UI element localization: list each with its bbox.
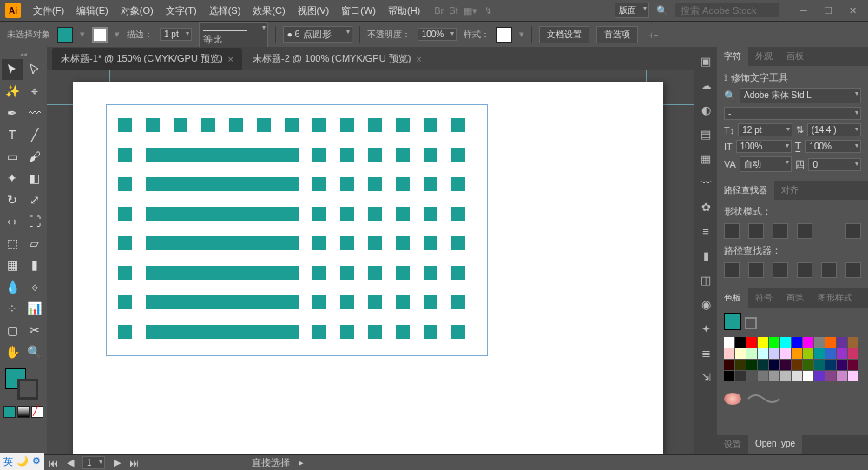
- menu-help[interactable]: 帮助(H): [383, 2, 425, 20]
- search-input[interactable]: [675, 3, 779, 17]
- swatch-cell[interactable]: [837, 337, 847, 348]
- swatch-cell[interactable]: [758, 348, 768, 359]
- transparency-icon[interactable]: ◫: [697, 271, 714, 288]
- workspace-switcher[interactable]: 版面: [615, 3, 649, 18]
- swatch-cell[interactable]: [780, 337, 791, 348]
- magic-wand-tool[interactable]: ✨: [2, 81, 23, 102]
- tab-appearance[interactable]: 外观: [748, 47, 779, 66]
- swatch-cell[interactable]: [825, 360, 836, 370]
- opacity-dropdown[interactable]: 100%: [418, 28, 457, 41]
- artboard-prev-icon[interactable]: ⏮: [49, 458, 58, 468]
- swatch-cell[interactable]: [758, 360, 768, 370]
- stroke-panel-icon[interactable]: ≡: [697, 222, 714, 240]
- vscale-dropdown[interactable]: 100%: [736, 140, 792, 153]
- swatch-cell[interactable]: [848, 348, 858, 359]
- close-tab-icon[interactable]: ×: [228, 54, 233, 64]
- bridge-icon[interactable]: Br: [434, 5, 444, 16]
- tracking-dropdown[interactable]: 0: [808, 158, 861, 171]
- menu-file[interactable]: 文件(F): [28, 2, 69, 20]
- stock-icon[interactable]: St: [449, 5, 457, 16]
- swatch-cell[interactable]: [769, 360, 779, 370]
- appearance-icon[interactable]: ◉: [697, 295, 714, 313]
- tab-settings[interactable]: 设置: [717, 435, 748, 454]
- align-icon[interactable]: ⫞▾: [648, 30, 659, 40]
- toolbox-collapse[interactable]: ◂◂: [2, 50, 45, 58]
- shaper-tool[interactable]: ✦: [2, 168, 23, 189]
- swatch-cell[interactable]: [758, 337, 768, 348]
- swatch-cell[interactable]: [825, 337, 836, 348]
- hscale-dropdown[interactable]: 100%: [805, 140, 861, 153]
- swatches-icon[interactable]: ▦: [697, 149, 714, 167]
- font-style-dropdown[interactable]: -: [724, 107, 861, 120]
- type-tool[interactable]: T: [2, 124, 23, 145]
- paintbrush-tool[interactable]: 🖌: [24, 146, 45, 167]
- style-swatch[interactable]: [496, 27, 512, 43]
- swatch-cell[interactable]: [780, 348, 791, 359]
- gradient-tool[interactable]: ▮: [24, 255, 45, 275]
- line-tool[interactable]: ╱: [24, 124, 45, 145]
- swatch-cell[interactable]: [769, 337, 779, 348]
- swatch-cell[interactable]: [803, 348, 813, 359]
- swatch-cell[interactable]: [792, 360, 802, 370]
- outline-icon[interactable]: [821, 262, 837, 278]
- trim-icon[interactable]: [748, 262, 764, 278]
- tab-opentype[interactable]: OpenType: [748, 435, 802, 454]
- artboard-last-icon[interactable]: ⏭: [129, 458, 139, 468]
- document-setup-button[interactable]: 文档设置: [539, 26, 589, 43]
- swatch-cell[interactable]: [848, 371, 858, 381]
- preferences-button[interactable]: 首选项: [596, 26, 638, 43]
- intersect-icon[interactable]: [773, 223, 788, 239]
- swatch-cell[interactable]: [814, 360, 825, 370]
- gpu-icon[interactable]: ↯: [484, 5, 492, 17]
- status-menu-icon[interactable]: ▸: [299, 457, 304, 468]
- leading-dropdown[interactable]: (14.4 ): [807, 123, 861, 136]
- ime-indicator[interactable]: 英🌙⚙: [0, 453, 44, 470]
- lasso-tool[interactable]: ⌖: [24, 81, 45, 102]
- kerning-dropdown[interactable]: 自动: [740, 156, 792, 172]
- artboard-back-icon[interactable]: ◀: [67, 457, 74, 468]
- color-guide-icon[interactable]: ▤: [697, 125, 714, 142]
- swatch-cell[interactable]: [724, 360, 734, 370]
- crop-icon[interactable]: [797, 262, 812, 278]
- swatch-cell[interactable]: [724, 337, 734, 348]
- direct-selection-tool[interactable]: [24, 59, 45, 80]
- swatch-cell[interactable]: [848, 360, 858, 370]
- swatch-cell[interactable]: [769, 371, 779, 381]
- swatch-cell[interactable]: [735, 360, 746, 370]
- swatch-cell[interactable]: [825, 348, 836, 359]
- current-fill-swatch[interactable]: [724, 313, 741, 330]
- swatch-cell[interactable]: [814, 371, 825, 381]
- current-stroke-swatch[interactable]: [745, 317, 757, 329]
- menu-select[interactable]: 选择(S): [204, 2, 247, 20]
- swatch-cell[interactable]: [735, 337, 746, 348]
- color-icon[interactable]: ◐: [697, 101, 714, 118]
- stroke-profile-dropdown[interactable]: 等比: [199, 22, 268, 48]
- fill-stroke-control[interactable]: [2, 368, 45, 403]
- swatch-cell[interactable]: [837, 348, 847, 359]
- libraries-icon[interactable]: ☁: [697, 76, 714, 94]
- menu-window[interactable]: 窗口(W): [336, 2, 381, 20]
- swatch-cell[interactable]: [848, 337, 858, 348]
- divide-icon[interactable]: [724, 262, 740, 278]
- layers-icon[interactable]: ≣: [697, 344, 714, 361]
- graphic-styles-icon[interactable]: ✦: [697, 320, 714, 337]
- slice-tool[interactable]: ✂: [24, 320, 45, 341]
- eraser-tool[interactable]: ◧: [24, 168, 45, 189]
- font-family-dropdown[interactable]: Adobe 宋体 Std L: [740, 88, 861, 103]
- symbols-icon[interactable]: ✿: [697, 198, 714, 215]
- asset-export-icon[interactable]: ⇲: [697, 368, 714, 386]
- gradient-mode[interactable]: [17, 406, 30, 418]
- swatch-cell[interactable]: [746, 337, 757, 348]
- rectangle-tool[interactable]: ▭: [2, 146, 23, 167]
- swatch-cell[interactable]: [746, 371, 757, 381]
- doc-tab-2[interactable]: 未标题-2 @ 100% (CMYK/GPU 预览)×: [244, 48, 431, 70]
- swatch-cell[interactable]: [792, 337, 802, 348]
- maximize-button[interactable]: ☐: [818, 3, 838, 17]
- perspective-tool[interactable]: ▱: [24, 233, 45, 254]
- blend-tool[interactable]: ⟐: [24, 276, 45, 297]
- tab-symbols[interactable]: 符号: [748, 288, 779, 308]
- close-tab-icon[interactable]: ×: [416, 54, 421, 64]
- width-tool[interactable]: ⇿: [2, 211, 23, 232]
- mesh-tool[interactable]: ▦: [2, 255, 23, 275]
- artboard-fwd-icon[interactable]: ▶: [114, 457, 121, 468]
